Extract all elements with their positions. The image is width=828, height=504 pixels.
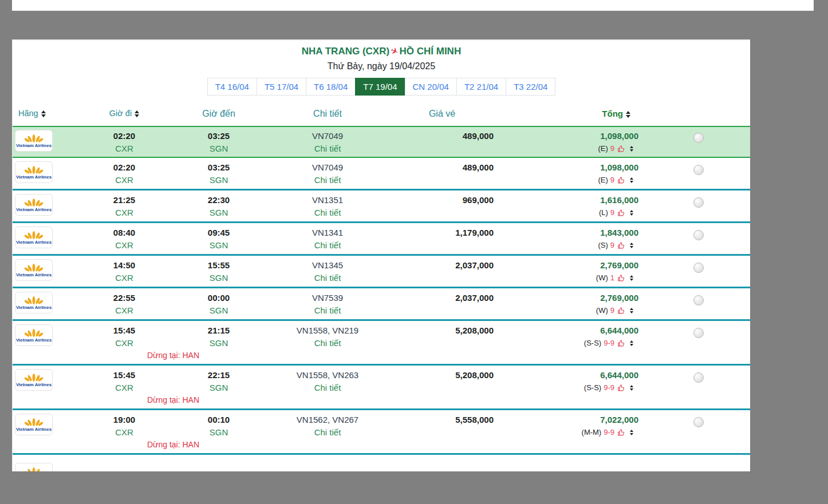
tab-date-20-04[interactable]: CN 20/04 (405, 78, 457, 96)
arrive-code: SGN (173, 271, 265, 284)
flight-row[interactable]: Vietnam Airlines 19:00CXR 00:10SGN VN156… (13, 410, 750, 455)
tab-date-22-04[interactable]: T3 22/04 (506, 78, 555, 96)
select-flight-radio[interactable] (693, 133, 704, 143)
arrive-time: 03:25 (173, 161, 265, 173)
sort-icon[interactable] (135, 110, 139, 117)
tab-date-21-04[interactable]: T2 21/04 (456, 78, 506, 96)
detail-link[interactable]: Chi tiết (314, 336, 341, 350)
select-flight-radio[interactable] (693, 263, 704, 273)
header-depart[interactable]: Giờ đi (76, 109, 173, 118)
depart-time: 15:45 (76, 369, 173, 381)
fare-price: 5,208,000 (391, 324, 494, 336)
stopover-note: Dừng tại: HAN (13, 394, 750, 406)
thumbs-up-icon[interactable] (617, 384, 625, 392)
flight-row-partial: Vietnam Airlines (13, 455, 750, 471)
thumbs-up-icon[interactable] (617, 307, 625, 315)
header-spacer (645, 109, 750, 112)
airline-name: Vietnam Airlines (16, 240, 52, 245)
flight-number: VN1345 (265, 259, 391, 271)
vote-sort-icon[interactable] (630, 275, 633, 281)
detail-link[interactable]: Chi tiết (314, 304, 341, 317)
thumbs-up-icon[interactable] (617, 274, 625, 282)
lotus-icon (24, 329, 44, 338)
top-panel-fragment (12, 0, 814, 11)
sort-icon[interactable] (626, 111, 630, 118)
flight-row[interactable]: Vietnam Airlines 02:20CXR 03:25SGN VN704… (13, 126, 750, 158)
vote-sort-icon[interactable] (630, 146, 633, 152)
route-to: HỒ CHÍ MINH (400, 46, 462, 57)
vote-sort-icon[interactable] (630, 177, 633, 183)
detail-link[interactable]: Chi tiết (314, 206, 341, 219)
header-price: Giá vé (391, 109, 499, 119)
thumbs-up-icon[interactable] (617, 428, 625, 436)
flight-row[interactable]: Vietnam Airlines 14:50CXR 15:55SGN VN134… (13, 256, 750, 288)
airline-logo: Vietnam Airlines (15, 324, 53, 346)
vote-count: 9-9 (604, 426, 614, 439)
tab-date-17-04[interactable]: T5 17/04 (257, 78, 306, 96)
airline-logo: Vietnam Airlines (15, 369, 53, 391)
arrive-time: 21:15 (173, 324, 265, 336)
vote-sort-icon[interactable] (630, 385, 633, 391)
header-total[interactable]: Tổng (499, 109, 645, 118)
detail-link[interactable]: Chi tiết (314, 426, 341, 439)
vote-sort-icon[interactable] (630, 430, 633, 435)
vote-sort-icon[interactable] (630, 243, 633, 248)
tab-date-19-04-selected[interactable]: T7 19/04 (355, 78, 405, 96)
vote-sort-icon[interactable] (630, 340, 633, 346)
thumbs-up-icon[interactable] (617, 339, 625, 347)
flight-row[interactable]: Vietnam Airlines 08:40CXR 09:45SGN VN134… (13, 223, 750, 256)
fare-class: (S) (598, 239, 608, 252)
select-flight-radio[interactable] (693, 197, 704, 208)
thumbs-up-icon[interactable] (617, 209, 625, 217)
total-price: 1,098,000 (499, 161, 638, 173)
airline-logo: Vietnam Airlines (15, 194, 53, 216)
arrive-time: 03:25 (173, 130, 265, 142)
select-flight-radio[interactable] (693, 165, 704, 175)
tab-date-18-04[interactable]: T6 18/04 (306, 78, 356, 96)
flight-row[interactable]: Vietnam Airlines 02:20CXR 03:25SGN VN704… (13, 158, 750, 191)
select-flight-radio[interactable] (693, 230, 704, 240)
flight-row[interactable]: Vietnam Airlines 15:45CXR 22:15SGN VN155… (13, 366, 750, 410)
airline-name: Vietnam Airlines (16, 143, 52, 148)
select-flight-radio[interactable] (693, 328, 704, 338)
header-airline[interactable]: Hãng (13, 109, 76, 118)
lotus-icon (24, 467, 44, 471)
flight-row[interactable]: Vietnam Airlines 22:55CXR 00:00SGN VN753… (13, 288, 750, 321)
detail-link[interactable]: Chi tiết (314, 142, 341, 155)
fare-price: 5,558,000 (391, 414, 494, 426)
airline-name: Vietnam Airlines (16, 272, 52, 277)
route-date: Thứ Bảy, ngày 19/04/2025 (13, 60, 750, 73)
vote-count: 9 (610, 206, 614, 219)
select-flight-radio[interactable] (693, 417, 704, 427)
thumbs-up-icon[interactable] (617, 176, 625, 184)
tab-date-16-04[interactable]: T4 16/04 (207, 78, 257, 96)
header-arrive: Giờ đến (173, 109, 265, 119)
vote-sort-icon[interactable] (630, 210, 633, 216)
detail-link[interactable]: Chi tiết (314, 239, 341, 252)
total-price: 1,616,000 (499, 194, 638, 206)
detail-link[interactable]: Chi tiết (314, 381, 341, 394)
arrive-time: 22:15 (173, 369, 265, 381)
vote-sort-icon[interactable] (630, 308, 633, 313)
flight-row[interactable]: Vietnam Airlines 21:25CXR 22:30SGN VN135… (13, 191, 750, 223)
depart-time: 19:00 (76, 414, 173, 426)
select-flight-radio[interactable] (693, 295, 704, 305)
arrive-code: SGN (173, 239, 265, 252)
thumbs-up-icon[interactable] (617, 145, 625, 153)
fare-price: 2,037,000 (391, 292, 494, 304)
thumbs-up-icon[interactable] (617, 241, 625, 249)
detail-link[interactable]: Chi tiết (314, 173, 341, 186)
total-price: 2,769,000 (499, 292, 638, 304)
arrive-time: 09:45 (173, 227, 265, 239)
lotus-icon (24, 374, 44, 382)
arrive-time: 00:10 (173, 414, 265, 426)
arrive-time: 15:55 (173, 259, 265, 271)
select-flight-radio[interactable] (693, 372, 704, 383)
total-price: 6,644,000 (499, 369, 638, 381)
depart-time: 15:45 (76, 324, 173, 336)
vote-count: 9 (610, 142, 614, 155)
sort-icon[interactable] (41, 110, 46, 117)
fare-class: (L) (599, 206, 608, 219)
flight-row[interactable]: Vietnam Airlines 15:45CXR 21:15SGN VN155… (13, 321, 750, 366)
detail-link[interactable]: Chi tiết (314, 271, 341, 284)
